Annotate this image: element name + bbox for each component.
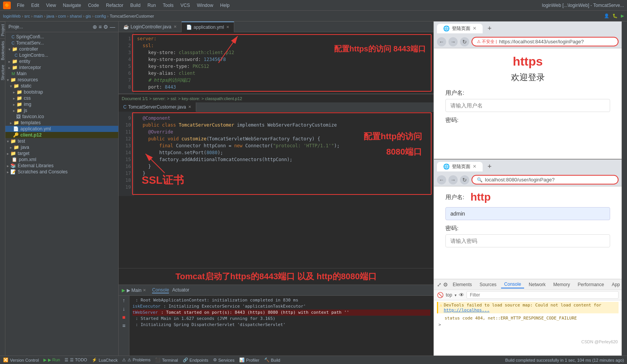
breadcrumb-com[interactable]: com [58, 14, 66, 18]
devtools-top-select[interactable]: top [446, 292, 452, 298]
sidebar-icon-locate[interactable]: ⊕ [93, 24, 97, 30]
devtools-tab-network[interactable]: Network [526, 281, 549, 288]
nav-icon-run[interactable]: ▶ [621, 13, 624, 18]
tree-img[interactable]: ▸ 📁 img [5, 101, 118, 107]
devtools-settings-icon[interactable]: ⚙ [443, 282, 448, 288]
tree-logincontro[interactable]: C LoginContro... [5, 52, 118, 58]
devtools-expand-icon[interactable]: ⤢ [437, 282, 442, 288]
tab-close-tomcat[interactable]: ✕ [188, 105, 191, 109]
sidebar-icon-close[interactable]: — [110, 24, 115, 30]
console-down-btn[interactable]: ↓ [122, 306, 125, 312]
menu-navigate[interactable]: Navigate [60, 2, 84, 9]
tree-favicon[interactable]: 🖼 favicon.ico [5, 114, 118, 120]
browser1-tab[interactable]: 🌐 登陆页面 ✕ [437, 24, 483, 33]
tree-static[interactable]: ▾ 📁 static [5, 83, 118, 89]
build-btn[interactable]: 🔨 Build [264, 357, 280, 362]
menu-file[interactable]: File [14, 2, 27, 9]
console-stop-btn[interactable]: ■ [122, 314, 125, 320]
tree-resources[interactable]: ▾ 📁 resources [5, 77, 118, 83]
sidebar-icon-collapse[interactable]: ≡ [99, 24, 102, 30]
services-btn[interactable]: ⚙ Services [213, 357, 235, 362]
username-input-1[interactable] [445, 99, 610, 112]
problems-btn[interactable]: ⚠ ⚠ Problems [122, 357, 151, 362]
browser2-back[interactable]: ← [437, 175, 446, 184]
tree-main[interactable]: M Main [5, 71, 118, 77]
menu-run[interactable]: Run [144, 2, 159, 9]
breadcrumb-class[interactable]: TomcatServerCustomer [110, 14, 154, 18]
menu-refactor[interactable]: Refactor [103, 2, 126, 9]
browser2-tab-close[interactable]: ✕ [473, 164, 476, 169]
devtools-tab-console[interactable]: Console [501, 281, 524, 288]
tree-css[interactable]: ▸ 📁 css [5, 95, 118, 101]
tree-target[interactable]: ▸ 📁 target [5, 150, 118, 156]
terminal-btn[interactable]: ⬛ Terminal [155, 357, 178, 362]
run-status-btn[interactable]: ▶ ▶ Run [43, 357, 60, 362]
console-scroll-btn[interactable]: ≡ [122, 323, 125, 329]
browser2-new-tab[interactable]: + [484, 161, 495, 172]
tree-pom-xml[interactable]: 📋 pom.xml [5, 156, 118, 163]
console-up-btn[interactable]: ↑ [122, 297, 125, 303]
version-control-btn[interactable]: 🔀 Version Control [3, 357, 39, 362]
tree-application-yml[interactable]: 📄 application.yml [5, 126, 118, 132]
devtools-tab-sources[interactable]: Sources [476, 281, 500, 288]
breadcrumb-gis[interactable]: gis [86, 14, 91, 18]
sidebar-icon-settings[interactable]: ⚙ [103, 24, 108, 30]
browser2-url-bar[interactable]: 🔍 localhost:8080/user/loginPage? [471, 175, 619, 184]
browser1-tab-close[interactable]: ✕ [473, 26, 476, 31]
menu-help[interactable]: Help [217, 2, 233, 9]
password-input-2[interactable] [445, 234, 610, 247]
bookmarks-panel-label[interactable]: Bookmarks [0, 38, 5, 63]
tree-interceptor[interactable]: ▸ 📁 interceptor [5, 64, 118, 71]
run-close[interactable]: ✕ [143, 288, 146, 292]
breadcrumb-java[interactable]: java [46, 14, 54, 18]
devtools-tab-elements[interactable]: Elements [450, 281, 475, 288]
browser1-url-bar[interactable]: ⚠ 不安全 | https://localhost:8443/user/logi… [471, 37, 619, 46]
menu-tools[interactable]: Tools [160, 2, 177, 9]
devtools-tab-performance[interactable]: Performance [574, 281, 607, 288]
tree-controller[interactable]: ▾ 📁 controller [5, 46, 118, 52]
tree-test[interactable]: ▾ 📁 test [5, 138, 118, 144]
breadcrumb-loginweb[interactable]: loginWeb [3, 14, 21, 18]
devtools-error-link[interactable]: http://localhos... [444, 308, 490, 313]
breadcrumb-shanxi[interactable]: shanxi [70, 14, 82, 18]
nav-icon-debug[interactable]: 🐛 [612, 13, 618, 18]
devtools-tab-app[interactable]: App [609, 281, 623, 288]
tree-templates[interactable]: ▸ 📁 templates [5, 120, 118, 126]
todo-btn[interactable]: ☰ ☰ TODO [65, 357, 87, 362]
menu-view[interactable]: View [43, 2, 59, 9]
breadcrumb-main[interactable]: main [34, 14, 43, 18]
browser2-refresh[interactable]: ↻ [460, 175, 469, 184]
project-panel-label[interactable]: Project [0, 21, 5, 38]
tab-logincontroller[interactable]: ☕ LoginController.java ✕ [119, 21, 182, 32]
menu-vcs[interactable]: VCS [177, 2, 193, 9]
tab-close-application-yml[interactable]: ✕ [226, 25, 229, 29]
endpoints-btn[interactable]: 🔗 Endpoints [183, 357, 208, 362]
browser1-new-tab[interactable]: + [484, 23, 495, 34]
tree-js[interactable]: ▸ 📁 js [5, 107, 118, 114]
browser1-forward[interactable]: → [448, 37, 458, 46]
menu-window[interactable]: Window [194, 2, 217, 9]
tab-application-yml[interactable]: 📄 application.yml ✕ [182, 21, 234, 32]
browser2-tab[interactable]: 🌐 登陆页面 ✕ [437, 162, 483, 171]
devtools-icon-ban[interactable]: 🚫 [437, 292, 443, 298]
tab-close-logincontroller[interactable]: ✕ [174, 25, 177, 29]
tree-client-p12[interactable]: 🔑 client.p12 [5, 132, 118, 138]
tab-actuator[interactable]: Actuator [172, 287, 189, 293]
tab-console[interactable]: Console [152, 287, 169, 293]
browser2-forward[interactable]: → [448, 175, 458, 184]
breadcrumb-config[interactable]: config [95, 14, 106, 18]
tree-bootstrap[interactable]: ▸ 📁 bootstrap [5, 89, 118, 95]
menu-edit[interactable]: Edit [28, 2, 42, 9]
devtools-tab-memory[interactable]: Memory [550, 281, 573, 288]
devtools-filter-input[interactable] [467, 291, 619, 299]
tree-springconfi[interactable]: C SpringConfi... [5, 34, 118, 40]
tab-tomcat-customer[interactable]: C TomcatServerCustomer.java ✕ [119, 102, 196, 112]
profiler-btn[interactable]: 📊 Profiler [239, 357, 260, 362]
tree-tomcatserv[interactable]: C TomcatServ... [5, 40, 118, 46]
tree-scratches[interactable]: ▸ 📝 Scratches and Consoles [5, 169, 118, 175]
luacheck-btn[interactable]: ⚡ LuaCheck [92, 357, 118, 362]
browser1-refresh[interactable]: ↻ [460, 37, 469, 46]
devtools-icon-eye[interactable]: 👁 [459, 292, 464, 298]
tree-java[interactable]: ▸ 📁 java [5, 144, 118, 150]
structure-panel-label[interactable]: Structure [0, 63, 5, 83]
